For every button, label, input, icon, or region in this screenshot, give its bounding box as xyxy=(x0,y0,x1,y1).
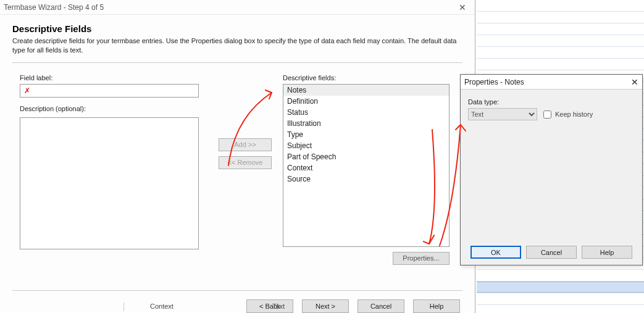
dialog-cancel-button[interactable]: Cancel xyxy=(526,246,577,259)
close-icon[interactable]: ✕ xyxy=(454,2,471,12)
remove-button[interactable]: << Remove xyxy=(219,156,272,169)
wizard-header: Descriptive Fields Create descriptive fi… xyxy=(0,15,475,62)
next-button[interactable]: Next > xyxy=(302,299,349,313)
datatype-select[interactable]: Text xyxy=(468,108,537,120)
keep-history-checkbox[interactable] xyxy=(543,111,551,119)
descriptive-fields-label: Descriptive fields: xyxy=(283,74,450,81)
dialog-body: Data type: Text Keep history xyxy=(461,90,642,240)
wizard-titlebar: Termbase Wizard - Step 4 of 5 ✕ xyxy=(0,0,475,15)
field-label-label: Field label: xyxy=(20,74,199,81)
wizard-body: Field label: Description (optional): Add… xyxy=(0,63,475,290)
dialog-footer: OK Cancel Help xyxy=(461,240,642,265)
description-label: Description (optional): xyxy=(20,105,199,112)
description-textarea[interactable] xyxy=(20,117,199,249)
wizard-heading: Descriptive Fields xyxy=(12,23,462,34)
list-item[interactable]: Subject xyxy=(283,140,449,151)
list-item[interactable]: Source xyxy=(283,173,449,185)
keep-history-row[interactable]: Keep history xyxy=(543,111,593,119)
wizard-window: Termbase Wizard - Step 4 of 5 ✕ Descript… xyxy=(0,0,475,313)
descriptive-fields-listbox[interactable]: Notes Definition Status Illustration Typ… xyxy=(283,84,450,247)
list-item[interactable]: Part of Speech xyxy=(283,151,449,162)
list-item[interactable]: Context xyxy=(283,162,449,173)
wizard-title: Termbase Wizard - Step 4 of 5 xyxy=(4,3,104,12)
divider xyxy=(123,303,124,311)
dialog-help-button[interactable]: Help xyxy=(582,246,632,259)
wizard-description: Create descriptive fields for your termb… xyxy=(12,36,462,55)
properties-button[interactable]: Properties... xyxy=(393,252,450,265)
properties-dialog: Properties - Notes ✕ Data type: Text Kee… xyxy=(460,74,643,265)
list-item[interactable]: Type xyxy=(283,129,449,140)
status-strip: Context Text xyxy=(121,303,285,311)
ok-button[interactable]: OK xyxy=(470,246,521,259)
datatype-label: Data type: xyxy=(468,98,635,106)
list-item[interactable]: Status xyxy=(283,107,449,118)
background-selection-row xyxy=(477,282,644,293)
list-item[interactable]: Illustration xyxy=(283,118,449,129)
status-left: Context xyxy=(150,303,174,311)
cancel-button[interactable]: Cancel xyxy=(358,299,404,313)
dialog-title: Properties - Notes xyxy=(464,78,524,86)
close-icon[interactable]: ✕ xyxy=(631,77,638,87)
list-item[interactable]: Definition xyxy=(283,96,449,107)
list-item[interactable]: Notes xyxy=(283,85,449,96)
dialog-titlebar: Properties - Notes ✕ xyxy=(461,75,642,90)
help-button[interactable]: Help xyxy=(413,299,460,313)
field-label-input[interactable] xyxy=(20,84,199,98)
add-button[interactable]: Add >> xyxy=(219,138,272,151)
keep-history-label: Keep history xyxy=(555,111,593,118)
status-right: Text xyxy=(272,303,285,311)
